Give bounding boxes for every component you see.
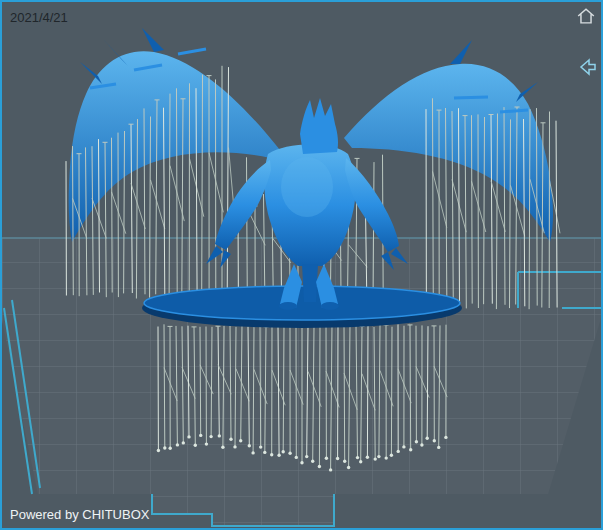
chitubox-viewport-window: 2021/4/21 Powered by CHITUBOX: [0, 0, 603, 530]
chest-highlight: [281, 157, 333, 217]
home-view-button[interactable]: [575, 5, 597, 27]
loincloth: [302, 264, 318, 302]
back-arrow-button[interactable]: [578, 57, 598, 77]
left-arm: [215, 160, 271, 250]
head: [300, 98, 338, 154]
right-foot: [321, 302, 339, 310]
left-foot: [279, 302, 297, 310]
powered-by-watermark: Powered by CHITUBOX: [10, 507, 149, 522]
back-arrow-icon: [578, 57, 598, 77]
viewport-3d[interactable]: [2, 2, 601, 528]
model-raft[interactable]: [142, 286, 462, 328]
date-label: 2021/4/21: [10, 10, 68, 25]
home-icon: [575, 5, 597, 27]
